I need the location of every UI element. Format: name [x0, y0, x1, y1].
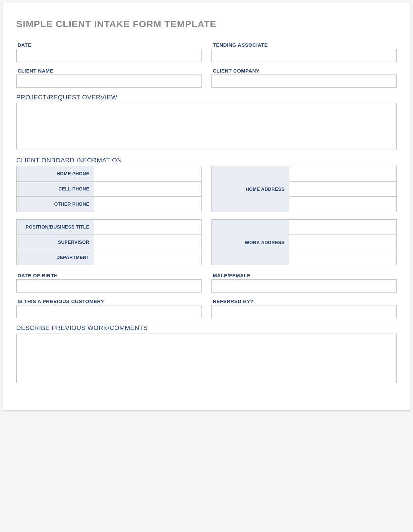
grid-position-work-address: POSITION/BUSINESS TITLE SUPERVISOR DEPAR…: [16, 219, 397, 265]
comments-section: DESCRIBE PREVIOUS WORK/COMMENTS: [16, 324, 397, 385]
client-company-label: CLIENT COMPANY: [211, 68, 397, 74]
date-input[interactable]: [16, 49, 202, 62]
work-address-input-3[interactable]: [289, 250, 396, 265]
supervisor-input[interactable]: [94, 235, 201, 250]
position-table: POSITION/BUSINESS TITLE SUPERVISOR DEPAR…: [16, 219, 202, 265]
tending-associate-label: TENDING ASSOCIATE: [211, 42, 397, 48]
supervisor-label: SUPERVISOR: [17, 235, 94, 250]
tending-associate-input[interactable]: [211, 49, 397, 62]
home-phone-input[interactable]: [94, 166, 201, 181]
previous-customer-input[interactable]: [16, 305, 202, 318]
position-label: POSITION/BUSINESS TITLE: [17, 220, 94, 235]
gender-label: MALE/FEMALE: [211, 273, 397, 278]
dob-label: DATE OF BIRTH: [16, 273, 202, 278]
phones-table: HOME PHONE CELL PHONE OTHER PHONE: [16, 166, 202, 212]
grid-phones-home-address: HOME PHONE CELL PHONE OTHER PHONE HOME A…: [16, 166, 397, 212]
home-phone-label: HOME PHONE: [17, 166, 94, 182]
home-address-label: HOME ADDRESS: [212, 166, 289, 212]
project-overview-label: PROJECT/REQUEST OVERVIEW: [16, 94, 397, 101]
cell-phone-input[interactable]: [94, 182, 201, 196]
other-phone-input[interactable]: [94, 197, 201, 212]
row-date-associate: DATE TENDING ASSOCIATE: [16, 42, 397, 62]
work-address-table: WORK ADDRESS: [211, 219, 397, 265]
department-input[interactable]: [94, 250, 201, 265]
referred-by-input[interactable]: [211, 305, 397, 318]
work-address-label: WORK ADDRESS: [212, 220, 289, 265]
referred-by-label: REFERRED BY?: [211, 298, 397, 304]
client-name-label: CLIENT NAME: [16, 68, 202, 74]
previous-customer-label: IS THIS A PREVIOUS CUSTOMER?: [16, 298, 202, 304]
position-input[interactable]: [94, 220, 201, 235]
date-label: DATE: [16, 42, 202, 48]
department-label: DEPARTMENT: [17, 250, 94, 265]
dob-input[interactable]: [16, 279, 202, 293]
work-address-input-1[interactable]: [289, 220, 396, 235]
home-address-input-3[interactable]: [289, 197, 396, 212]
intake-form-page: SIMPLE CLIENT INTAKE FORM TEMPLATE DATE …: [3, 3, 410, 411]
other-phone-label: OTHER PHONE: [17, 197, 94, 212]
work-address-input-2[interactable]: [289, 235, 396, 250]
home-address-input-1[interactable]: [289, 166, 396, 181]
home-address-table: HOME ADDRESS: [211, 166, 397, 212]
home-address-input-2[interactable]: [289, 182, 396, 196]
cell-phone-label: CELL PHONE: [17, 182, 94, 197]
client-name-input[interactable]: [16, 75, 202, 88]
comments-textarea[interactable]: [16, 334, 397, 383]
client-onboard-section-label: CLIENT ONBOARD INFORMATION: [16, 157, 397, 164]
row-previous-referred: IS THIS A PREVIOUS CUSTOMER? REFERRED BY…: [16, 298, 397, 318]
gender-input[interactable]: [211, 279, 397, 293]
form-title: SIMPLE CLIENT INTAKE FORM TEMPLATE: [16, 19, 397, 29]
row-client-name-company: CLIENT NAME CLIENT COMPANY: [16, 68, 397, 88]
row-dob-gender: DATE OF BIRTH MALE/FEMALE: [16, 273, 397, 293]
client-company-input[interactable]: [211, 75, 397, 88]
comments-label: DESCRIBE PREVIOUS WORK/COMMENTS: [16, 324, 397, 332]
project-overview-textarea[interactable]: [16, 103, 397, 149]
project-overview-section: PROJECT/REQUEST OVERVIEW: [16, 94, 397, 151]
